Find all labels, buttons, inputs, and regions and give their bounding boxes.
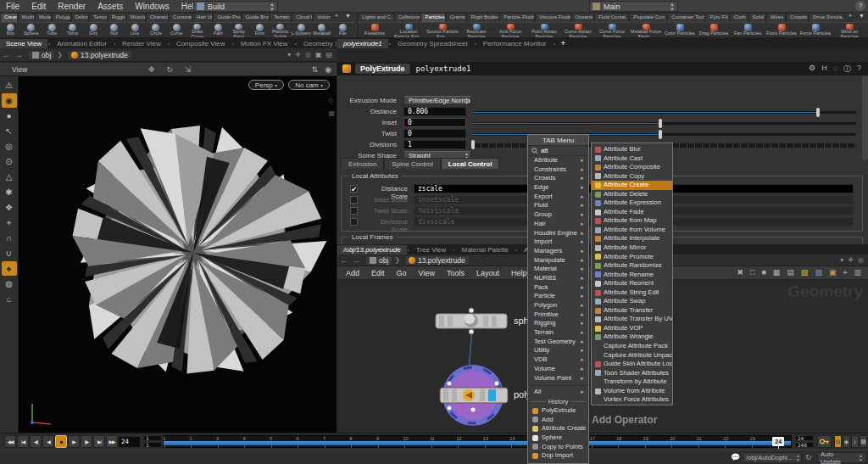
shelf-tab-rigging[interactable]: Rigging bbox=[108, 13, 126, 22]
search-input[interactable]: att bbox=[541, 147, 548, 154]
shelf-tool-location-particle-emi[interactable]: Location Particle Emi... bbox=[392, 23, 426, 37]
shelf-tab-container-tools[interactable]: Container Tools bbox=[667, 13, 705, 22]
category-primitive[interactable]: Primitive► bbox=[528, 310, 588, 320]
category-export[interactable]: Export► bbox=[528, 193, 588, 202]
param-slider-distance[interactable] bbox=[473, 111, 856, 114]
submenu-item-attribute-composite[interactable]: Attribute Composite bbox=[592, 163, 672, 172]
category-test-geometry[interactable]: Test Geometry► bbox=[528, 338, 588, 347]
step-forward-button[interactable]: |▶ bbox=[81, 435, 92, 448]
category-houdini-engine[interactable]: Houdini Engine► bbox=[528, 229, 588, 238]
panel-icon[interactable]: ▣ bbox=[315, 51, 322, 59]
network-menu-go[interactable]: Go bbox=[397, 269, 407, 277]
tab-menu-search[interactable]: att bbox=[528, 146, 588, 156]
folder-tab-spine-control[interactable]: Spine Control bbox=[384, 158, 440, 169]
shelf-tab-model[interactable]: Model bbox=[35, 13, 52, 22]
category-import[interactable]: Import► bbox=[528, 238, 588, 247]
set-key-button[interactable] bbox=[817, 435, 832, 448]
network-menu-edit[interactable]: Edit bbox=[371, 269, 385, 277]
param-field-distance[interactable]: 0.806 bbox=[403, 107, 466, 116]
network-menu-add[interactable]: Add bbox=[346, 269, 359, 277]
submenu-item-vortex-force-attributes[interactable]: Vortex Force Attributes bbox=[592, 395, 672, 405]
help-circle-icon[interactable]: ? bbox=[857, 64, 861, 75]
viewport-tool-icon-9[interactable]: ⌖ bbox=[2, 215, 17, 230]
dropdown-icon[interactable]: ▾ bbox=[287, 51, 291, 59]
shelf-tool-null[interactable]: Null bbox=[104, 23, 125, 37]
list-icon[interactable]: ▤ bbox=[326, 51, 332, 59]
viewport-tool-icon-3[interactable]: ↖ bbox=[2, 124, 17, 138]
shelf-tool-curve[interactable]: Curve bbox=[166, 23, 187, 37]
category-group[interactable]: Group► bbox=[528, 210, 588, 220]
category-pack[interactable]: Pack► bbox=[528, 283, 588, 293]
shelf-tab-create[interactable]: Create bbox=[0, 13, 18, 22]
shelf-tab-grains[interactable]: Grains bbox=[446, 13, 467, 22]
range-end-field[interactable]: 240 bbox=[795, 442, 814, 448]
submenu-item-attribute-string-edit[interactable]: Attribute String Edit bbox=[592, 288, 672, 298]
shelf-tool-box[interactable]: Box bbox=[0, 23, 21, 37]
shelf-tool-axis-force-particles[interactable]: Axis Force Particles bbox=[493, 23, 527, 37]
stop-button[interactable]: ■ bbox=[55, 435, 67, 448]
shelf-add-icon[interactable]: + bbox=[331, 13, 342, 22]
tab-performance-monitor[interactable]: Performance Monitor bbox=[477, 39, 553, 48]
persp-camera-button[interactable]: Persp ▾ bbox=[248, 80, 284, 90]
shelf-tool-platonic-solids[interactable]: Platonic Solids bbox=[270, 23, 292, 37]
submenu-item-attribute-delete[interactable]: Attribute Delete bbox=[592, 190, 672, 199]
node-sphere1[interactable] bbox=[436, 308, 507, 334]
breadcrumb-node[interactable]: 13.polyextrude bbox=[404, 255, 470, 266]
new-tab-icon[interactable]: □ bbox=[750, 268, 754, 277]
shelf-tab-rigid-bodies[interactable]: Rigid Bodies bbox=[467, 13, 499, 22]
checkbox-inset-scale[interactable] bbox=[350, 196, 358, 204]
submenu-item-attribute-randomize[interactable]: Attribute Randomize bbox=[592, 261, 672, 271]
shelf-tab-solid[interactable]: Solid bbox=[748, 13, 766, 22]
back-icon[interactable]: ← bbox=[0, 51, 13, 59]
shelf-tool-fireworks[interactable]: Fireworks bbox=[358, 23, 392, 37]
play-forward-button[interactable]: ▶ bbox=[68, 435, 80, 448]
menu-file[interactable]: File bbox=[0, 0, 25, 13]
range-start-field[interactable]: 1 bbox=[143, 442, 162, 448]
shelf-tool-line[interactable]: Line bbox=[125, 23, 146, 37]
shelf-tool-drag-particles[interactable]: Drag Particles bbox=[697, 23, 731, 37]
shelf-more-icon[interactable]: ▼ bbox=[342, 13, 354, 22]
update-mode-selector[interactable]: Auto Update ▲▼ bbox=[817, 452, 866, 463]
submenu-item-attribute-fade[interactable]: Attribute Fade bbox=[592, 208, 672, 217]
history-attribute-create[interactable]: Attribute Create bbox=[528, 424, 588, 433]
tools-icon[interactable]: ✖ bbox=[737, 268, 743, 277]
message-bubble-icon[interactable]: 💬 bbox=[731, 453, 740, 461]
shelf-tool-tube[interactable]: Tube bbox=[42, 23, 63, 37]
category-edge[interactable]: Edge► bbox=[528, 183, 588, 193]
step-back-button[interactable]: ◀| bbox=[30, 435, 42, 448]
shelf-tab-cloud-fx[interactable]: Cloud FX bbox=[292, 13, 313, 22]
submenu-item-toon-shader-attributes[interactable]: Toon Shader Attributes bbox=[592, 369, 672, 378]
shelf-tab-terrain-fx[interactable]: Terrain FX bbox=[270, 13, 292, 22]
shelf-tool-curve-force-particles[interactable]: Curve Force Particles bbox=[595, 23, 629, 37]
scale-icon[interactable]: ⇲ bbox=[185, 65, 192, 74]
layout-icon[interactable]: ⇅ bbox=[312, 65, 319, 74]
category-crowds[interactable]: Crowds► bbox=[528, 174, 588, 183]
param-select-extrusion-mode[interactable]: Primitive/Edge Normal▲▼ bbox=[403, 96, 471, 105]
shelf-tool-grid[interactable]: Grid bbox=[83, 23, 104, 37]
viewport-tool-icon-2[interactable]: ● bbox=[2, 109, 17, 123]
category-attribute[interactable]: Attribute► bbox=[528, 156, 588, 165]
slider-handle[interactable] bbox=[659, 130, 662, 139]
shelf-tab-cloth[interactable]: Cloth bbox=[730, 13, 748, 22]
network-menu-view[interactable]: View bbox=[419, 269, 435, 277]
dop-network-selector[interactable]: /obj/AutoDopN... ▲▼ bbox=[743, 452, 802, 463]
playhead[interactable]: 24 bbox=[772, 437, 784, 446]
network-menu-help[interactable]: Help bbox=[511, 269, 527, 277]
shelf-tab-particles[interactable]: Particles bbox=[420, 13, 445, 22]
play-reverse-button[interactable]: ◀ bbox=[42, 435, 54, 448]
tab-render-view[interactable]: Render View bbox=[116, 39, 167, 48]
breadcrumb-node[interactable]: 13.polyextrude bbox=[67, 50, 132, 60]
category-terrain[interactable]: Terrain► bbox=[528, 328, 588, 338]
node-name-field[interactable]: polyextrude1 bbox=[416, 64, 471, 73]
network-menu-layout[interactable]: Layout bbox=[476, 269, 499, 277]
viewport-tool-icon-6[interactable]: △ bbox=[2, 170, 17, 184]
refresh-icon[interactable]: ↻ bbox=[805, 453, 812, 461]
shelf-tool-force-particles[interactable]: Force Particles bbox=[798, 23, 832, 37]
shelf-tool-source-particle-emi[interactable]: Source Particle Emi... bbox=[426, 23, 459, 37]
shelf-tool-point-attract-particles[interactable]: Point Attract Particles bbox=[527, 23, 561, 37]
dropdown-icon[interactable]: ▾ bbox=[840, 256, 843, 264]
category-utility[interactable]: Utility► bbox=[528, 346, 588, 355]
submenu-item-attribute-promote[interactable]: Attribute Promote bbox=[592, 253, 672, 262]
no-cam-button[interactable]: No cam ▾ bbox=[288, 80, 330, 90]
param-slider-inset[interactable] bbox=[473, 122, 856, 125]
